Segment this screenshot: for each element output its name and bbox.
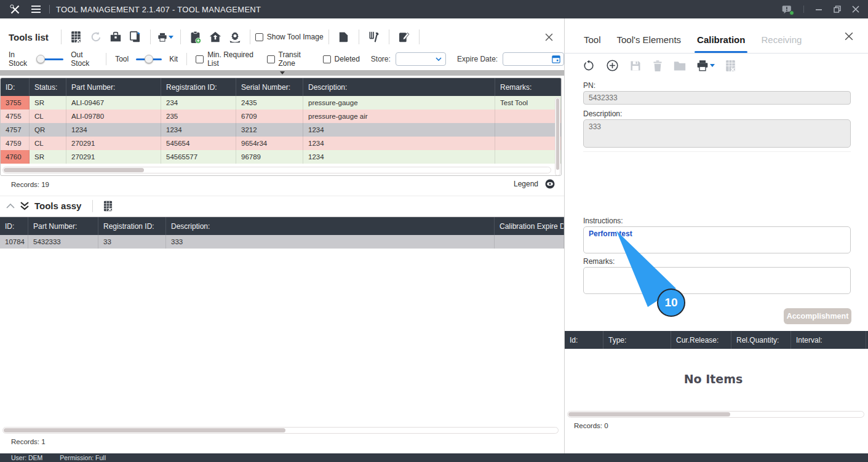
table-row[interactable]: 4755 CL ALI-09780 235 6709 pressure-gaug…: [1, 110, 561, 123]
hand-gear-icon[interactable]: [227, 29, 243, 45]
edit-icon[interactable]: [396, 29, 412, 45]
remarks-textarea[interactable]: [583, 267, 851, 294]
tab-calibration[interactable]: Calibration: [697, 30, 745, 53]
column-header[interactable]: Registration ID:: [98, 217, 166, 235]
window-title: TOOL MANAGEMENT 2.1.407 - TOOL MANAGEMEN…: [56, 5, 261, 14]
column-header[interactable]: Rel.Quantity:: [731, 331, 791, 349]
out-stock-label: Out Stock: [71, 50, 97, 68]
titlebar-separator: [49, 5, 50, 14]
column-header[interactable]: Type:: [603, 331, 671, 349]
expand-double-down-icon[interactable]: [20, 201, 30, 211]
table-export-icon[interactable]: [100, 198, 116, 214]
scrollbar-thumb[interactable]: [4, 428, 285, 432]
delete-icon[interactable]: [652, 60, 663, 72]
in-stock-label: In Stock: [9, 50, 30, 68]
close-detail-panel-icon[interactable]: [845, 32, 853, 41]
tool-kit-toggle[interactable]: [135, 54, 163, 64]
service-tools-icon[interactable]: [366, 29, 382, 45]
calibrations-hscrollbar[interactable]: [567, 411, 864, 418]
no-items-message: No Items: [565, 372, 862, 386]
notification-chat-icon[interactable]: [782, 5, 792, 14]
tools-assy-hscrollbar[interactable]: [2, 427, 559, 434]
toolbox-icon[interactable]: [108, 29, 124, 45]
tools-list-filters: In Stock Out Stock Tool Kit Min. Require…: [0, 50, 564, 68]
min-required-list-checkbox[interactable]: Min. Required List: [196, 50, 253, 68]
column-header[interactable]: Serial Number:: [236, 78, 303, 96]
tools-table-hscrollbar[interactable]: [2, 167, 551, 173]
box-icon[interactable]: [336, 29, 352, 45]
print-icon[interactable]: [696, 60, 715, 71]
table-export-icon[interactable]: [725, 60, 736, 72]
column-header[interactable]: ID:: [0, 217, 28, 235]
tools-assy-table: ID: Part Number: Registration ID: Descri…: [0, 217, 564, 249]
close-window-button[interactable]: [852, 6, 859, 13]
print-dropdown-caret[interactable]: [710, 64, 715, 67]
print-dropdown-caret[interactable]: [169, 36, 173, 39]
column-header[interactable]: Registration ID:: [161, 78, 236, 96]
eye-icon[interactable]: [544, 178, 555, 189]
column-header[interactable]: Part Number:: [28, 217, 98, 235]
show-tool-image-checkbox[interactable]: Show Tool Image: [255, 33, 324, 41]
stock-toggle[interactable]: [36, 54, 65, 64]
save-icon[interactable]: [629, 60, 642, 72]
kit-label: Kit: [169, 55, 178, 63]
notification-badge: [789, 10, 794, 15]
tab-receiving[interactable]: Receiving: [761, 30, 802, 53]
calibrations-records-count: Records: 0: [574, 422, 608, 429]
table-row[interactable]: 10784 5432333 33 333: [0, 235, 564, 249]
folder-icon[interactable]: [674, 60, 686, 71]
store-label: Store:: [371, 55, 391, 63]
column-header[interactable]: Remarks:: [495, 78, 561, 96]
deleted-checkbox[interactable]: Deleted: [323, 55, 360, 63]
column-header[interactable]: Interval:: [791, 331, 866, 349]
table-export-icon[interactable]: [68, 29, 84, 45]
table-row[interactable]: 4759 CL 270291 545654 9654r34 1234: [1, 137, 561, 150]
panel-splitter[interactable]: [0, 70, 564, 76]
store-select[interactable]: [396, 52, 446, 66]
description-label: Description:: [583, 110, 622, 118]
accomplishment-button[interactable]: Accomplishment: [784, 308, 851, 324]
add-icon[interactable]: [606, 59, 619, 72]
collapse-up-icon[interactable]: [6, 203, 15, 209]
column-header[interactable]: ID:: [1, 78, 30, 96]
tools-list-panel: Tools list Show Too: [0, 18, 564, 453]
table-row[interactable]: 4760 SR 270291 54565577 96789 1234: [1, 150, 561, 164]
table-row[interactable]: 3755 SR ALI-09467 234 2435 pressure-gaug…: [1, 96, 561, 110]
column-header[interactable]: Description:: [166, 217, 495, 235]
table-row[interactable]: 4757 QR 1234 1234 3212 1234: [1, 123, 561, 137]
column-header[interactable]: Part Number:: [66, 78, 161, 96]
home-icon[interactable]: [207, 29, 223, 45]
instructions-textarea[interactable]: Perform test: [583, 226, 851, 253]
column-header[interactable]: Cur.Release:: [671, 331, 731, 349]
show-tool-image-label: Show Tool Image: [267, 33, 324, 41]
scrollbar-thumb[interactable]: [556, 98, 559, 170]
close-tools-list-icon[interactable]: [545, 33, 553, 41]
calibration-detail-panel: Tool Tool's Elements Calibration Receivi…: [564, 18, 868, 453]
tools-assy-title: Tools assy: [34, 201, 81, 211]
app-tools-icon: [10, 4, 20, 15]
scrollbar-thumb[interactable]: [4, 168, 144, 172]
column-header[interactable]: Id:: [565, 331, 603, 349]
print-icon[interactable]: [157, 29, 173, 45]
pn-input: 5432333: [583, 91, 851, 105]
column-header[interactable]: Description:: [303, 78, 495, 96]
tab-tool[interactable]: Tool: [584, 30, 601, 53]
minimize-button[interactable]: [815, 6, 822, 13]
paste-add-icon[interactable]: [188, 29, 204, 45]
tab-tools-elements[interactable]: Tool's Elements: [617, 30, 682, 53]
menu-hamburger-icon[interactable]: [31, 6, 41, 13]
column-header[interactable]: Calibration Expire Date:: [495, 217, 564, 235]
refresh-icon[interactable]: [88, 29, 104, 45]
refresh-icon[interactable]: [583, 60, 595, 72]
description-textarea: 333: [583, 119, 851, 148]
tools-assy-records-count: Records: 1: [11, 438, 46, 445]
scrollbar-thumb[interactable]: [568, 412, 730, 416]
restore-button[interactable]: [834, 6, 841, 13]
tools-table-vscrollbar[interactable]: [555, 97, 560, 176]
legend-control[interactable]: Legend: [514, 178, 555, 189]
column-header[interactable]: Status:: [30, 78, 66, 96]
transit-zone-checkbox[interactable]: Transit Zone: [267, 50, 310, 68]
checkbox-box[interactable]: [255, 33, 263, 41]
copy-icon[interactable]: [127, 29, 143, 45]
expire-date-input[interactable]: [503, 52, 564, 66]
